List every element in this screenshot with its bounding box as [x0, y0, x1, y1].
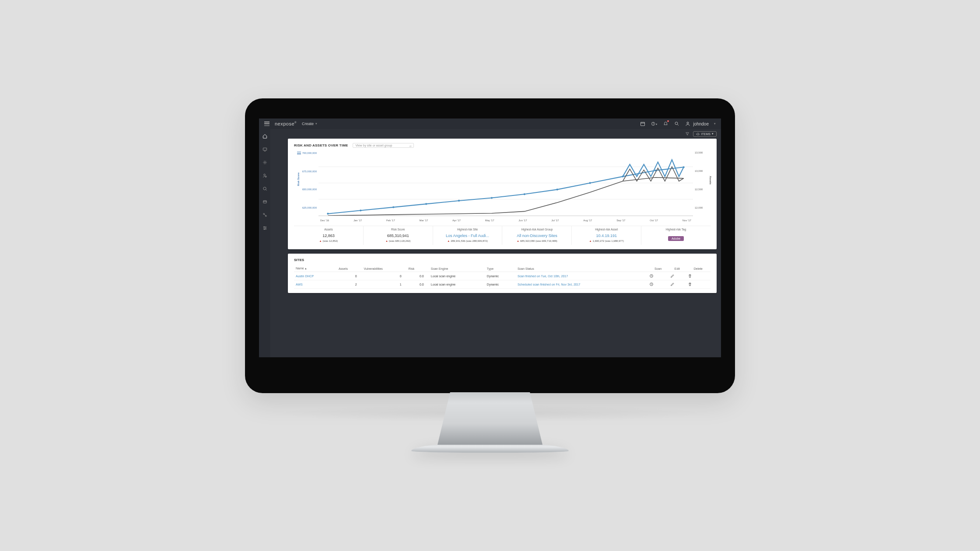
table-row: AWS 2 1 0.0 Local scan engine Dynamic Sc…: [294, 280, 710, 289]
hamburger-icon[interactable]: [264, 122, 270, 126]
user-icon: [685, 121, 690, 126]
stat-highest-risk-asset-group: Highest-risk Asset Group All non-Discove…: [502, 226, 572, 245]
svg-point-23: [458, 200, 460, 202]
delete-button[interactable]: [686, 280, 710, 289]
svg-point-19: [327, 213, 329, 215]
svg-rect-10: [263, 200, 266, 203]
sidebar-policies-icon[interactable]: [262, 173, 267, 178]
stat-assets: Assets 12,863 ▲(was 12,852): [294, 226, 364, 245]
svg-point-8: [265, 176, 266, 177]
svg-point-7: [263, 174, 265, 175]
sort-asc-icon: ▴: [305, 267, 307, 270]
svg-point-25: [524, 193, 525, 195]
sidebar-assets-icon[interactable]: [262, 146, 267, 152]
tag-pill[interactable]: Adobe: [668, 236, 684, 241]
col-scan-status[interactable]: Scan Status: [516, 265, 648, 272]
cloud-icon: [696, 132, 700, 136]
svg-point-14: [265, 227, 266, 228]
notification-icon[interactable]: [662, 121, 668, 127]
chart-title: RISK AND ASSETS OVER TIME: [294, 143, 348, 147]
y-axis-right: Assets 13,500 13,000 12,500 12,000: [693, 150, 710, 216]
table-row: Austin DHCP 0 0 0.0 Local scan engine Dy…: [294, 272, 710, 280]
col-delete: Delete: [686, 265, 710, 272]
edit-button[interactable]: [668, 272, 686, 280]
x-axis: Dec '16 Jan '17 Feb '17 Mar '17 Apr '17 …: [318, 219, 693, 222]
filter-icon[interactable]: [685, 132, 690, 136]
col-scan: Scan: [648, 265, 668, 272]
scan-status-link[interactable]: Scan finished on Tue, Oct 10th, 2017: [516, 272, 648, 280]
chart-plot: Dec '16 Jan '17 Feb '17 Mar '17 Apr '17 …: [318, 150, 693, 216]
svg-point-2: [653, 125, 654, 125]
svg-point-3: [675, 122, 678, 125]
sites-card: SITES Name ▴ Assets Vulnerabilities Risk…: [288, 254, 717, 293]
svg-point-27: [589, 182, 591, 184]
items-dropdown[interactable]: ITEMS ▾: [693, 131, 717, 137]
svg-point-26: [556, 188, 558, 190]
chevron-down-icon: ▾: [315, 122, 317, 126]
col-type[interactable]: Type: [485, 265, 516, 272]
chart-search-input[interactable]: View by site or asset group ⌕: [353, 143, 414, 148]
svg-point-6: [264, 162, 266, 163]
user-menu[interactable]: johndoe ▾: [685, 121, 716, 126]
svg-point-4: [687, 122, 689, 124]
svg-point-9: [263, 187, 266, 189]
sidebar-reports-icon[interactable]: [262, 186, 267, 191]
edit-button[interactable]: [668, 280, 686, 289]
svg-point-24: [491, 197, 493, 199]
col-assets[interactable]: Assets: [337, 265, 362, 272]
risk-assets-card: RISK AND ASSETS OVER TIME View by site o…: [288, 139, 717, 249]
sidebar: [259, 129, 270, 357]
monitor-stand-neck: [438, 392, 542, 445]
sidebar-tickets-icon[interactable]: [262, 199, 267, 204]
col-risk[interactable]: Risk: [407, 265, 429, 272]
svg-point-11: [263, 213, 264, 214]
stats-row: Assets 12,863 ▲(was 12,852) Risk Score 6…: [294, 226, 710, 245]
chevron-down-icon: ▾: [714, 122, 716, 126]
search-icon: ⌕: [410, 144, 412, 148]
stat-highest-risk-asset: Highest-risk Asset 10.4.19.191 ▲1,690,27…: [572, 226, 641, 245]
col-vulnerabilities[interactable]: Vulnerabilities: [362, 265, 407, 272]
calendar-icon[interactable]: [640, 121, 646, 127]
site-name-link[interactable]: AWS: [294, 280, 337, 289]
stat-highest-risk-site: Highest-risk Site Los Angeles - Full Aud…: [433, 226, 503, 245]
stat-highest-risk-tag: Highest-risk Tag Adobe: [641, 226, 710, 245]
sidebar-home-icon[interactable]: [262, 133, 267, 139]
sidebar-automation-icon[interactable]: [262, 212, 267, 217]
svg-point-13: [263, 227, 264, 227]
svg-point-12: [265, 215, 266, 216]
scan-button[interactable]: [648, 280, 668, 289]
sidebar-admin-icon[interactable]: [262, 225, 267, 230]
stat-risk-score: Risk Score 685,310,941 ▲(was 684,118,292…: [364, 226, 433, 245]
chart-area: Risk Score 700,000,000 675,000,000 650,0…: [294, 150, 710, 216]
col-scan-engine[interactable]: Scan Engine: [429, 265, 485, 272]
content-toolbar: ITEMS ▾: [270, 129, 721, 139]
scan-button[interactable]: [648, 272, 668, 280]
svg-point-21: [392, 206, 394, 208]
svg-point-15: [264, 229, 264, 229]
topbar: nexpose® Create ▾ ▾: [259, 119, 721, 129]
app-screen: nexpose® Create ▾ ▾: [259, 119, 721, 357]
sidebar-vulnerabilities-icon[interactable]: [262, 160, 267, 165]
search-icon[interactable]: [674, 121, 680, 127]
svg-point-22: [425, 203, 427, 205]
sites-table: Name ▴ Assets Vulnerabilities Risk Scan …: [294, 265, 710, 289]
col-name[interactable]: Name ▴: [294, 265, 337, 272]
create-button[interactable]: Create ▾: [302, 122, 317, 126]
notification-badge: [667, 120, 669, 122]
delete-button[interactable]: [686, 272, 710, 280]
site-name-link[interactable]: Austin DHCP: [294, 272, 337, 280]
brand-logo: nexpose®: [275, 121, 297, 126]
content: ITEMS ▾ RISK AND ASSETS OVER TIME View b…: [270, 129, 721, 357]
chevron-down-icon: ▾: [712, 132, 714, 136]
svg-rect-5: [263, 148, 266, 150]
scan-status-link[interactable]: Scheduled scan finished on Fri, Nov 3rd,…: [516, 280, 648, 289]
svg-rect-0: [641, 122, 645, 126]
col-edit: Edit: [668, 265, 686, 272]
y-axis-left: Risk Score 700,000,000 675,000,000 650,0…: [294, 150, 318, 216]
svg-point-20: [360, 209, 361, 211]
help-icon[interactable]: ▾: [651, 121, 657, 127]
sites-title: SITES: [294, 258, 710, 262]
